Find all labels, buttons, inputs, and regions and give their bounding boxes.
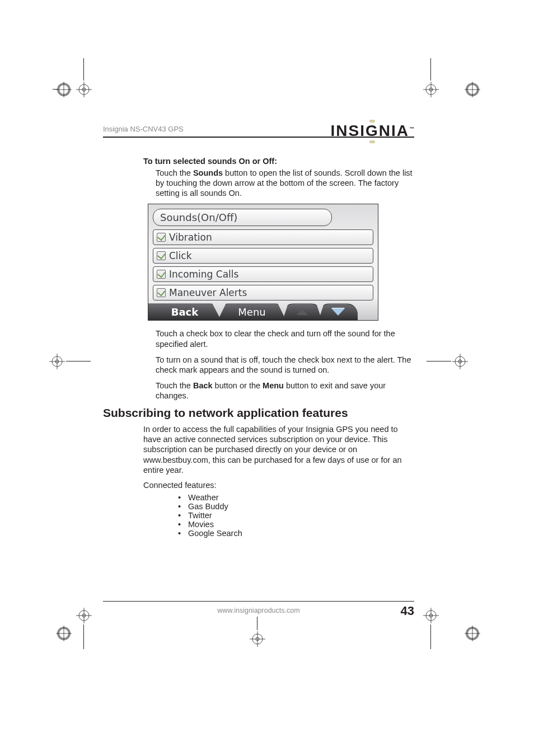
brand-logo: INSIGNIA™ — [331, 122, 414, 140]
brand-tm: ™ — [409, 126, 414, 132]
triangle-up-icon — [297, 309, 308, 315]
crop-line — [83, 58, 84, 81]
brand-text-1: INSI — [331, 122, 366, 139]
checkbox-icon[interactable] — [157, 233, 166, 242]
print-reg-mark — [76, 82, 92, 97]
scroll-down-button[interactable] — [318, 303, 358, 320]
menu-button[interactable]: Menu — [218, 303, 286, 320]
list-item: Gas Buddy — [178, 502, 414, 511]
option-label: Incoming Calls — [169, 269, 238, 280]
list-item: Twitter — [178, 511, 414, 520]
print-reg-mark — [250, 631, 265, 647]
text: Touch the — [156, 381, 193, 390]
paragraph: Touch a check box to clear the check and… — [143, 328, 414, 349]
brand-text-g: G — [366, 122, 379, 140]
paragraph: In order to access the full capabilities… — [143, 424, 414, 475]
sound-option-incoming-calls[interactable]: Incoming Calls — [153, 266, 373, 282]
print-reg-mark — [56, 82, 72, 97]
bold-text: Menu — [263, 381, 284, 390]
crop-line — [427, 361, 451, 361]
print-reg-mark — [76, 608, 92, 623]
checkbox-icon[interactable] — [157, 251, 166, 260]
crop-line — [66, 361, 91, 361]
text: Touch the — [156, 168, 193, 177]
print-reg-mark — [465, 626, 480, 641]
bold-text: Back — [193, 381, 213, 390]
paragraph: To turn on a sound that is off, touch th… — [143, 355, 414, 375]
brand-accent-icon — [369, 120, 375, 123]
print-reg-mark — [465, 82, 480, 97]
page-footer: www.insigniaproducts.com 43 — [103, 601, 414, 615]
crop-line — [430, 624, 431, 649]
footer-url: www.insigniaproducts.com — [217, 607, 299, 614]
device-model: Insignia NS-CNV43 GPS — [103, 125, 184, 133]
list-item: Weather — [178, 493, 414, 502]
scroll-up-button[interactable] — [283, 303, 322, 320]
back-button[interactable]: Back — [148, 303, 221, 320]
bold-text: Sounds — [193, 168, 223, 177]
print-reg-mark — [452, 354, 468, 369]
crop-line — [430, 58, 431, 81]
checkbox-icon[interactable] — [157, 270, 166, 279]
sounds-title-button[interactable]: Sounds(On/Off) — [153, 209, 332, 226]
page-number: 43 — [401, 604, 414, 618]
print-reg-mark — [56, 626, 72, 641]
page-content: Insignia NS-CNV43 GPS INSIGNIA™ To turn … — [103, 122, 414, 538]
crop-line — [53, 89, 57, 90]
section-heading: Subscribing to network application featu… — [103, 406, 414, 420]
checkbox-icon[interactable] — [157, 288, 166, 297]
screenshot-footer: Back Menu — [148, 303, 378, 320]
sound-option-click[interactable]: Click — [153, 248, 373, 264]
device-screenshot: Sounds(On/Off) Vibration Click Incoming … — [148, 204, 378, 321]
option-label: Vibration — [169, 232, 212, 243]
option-label: Click — [169, 250, 192, 261]
brand-text-2: NIA — [379, 122, 409, 139]
features-label: Connected features: — [143, 481, 414, 490]
crop-line — [83, 624, 84, 649]
features-list: Weather Gas Buddy Twitter Movies Google … — [143, 493, 414, 538]
sound-option-maneuver-alerts[interactable]: Maneuver Alerts — [153, 285, 373, 300]
crop-line — [257, 617, 257, 630]
print-reg-mark — [49, 354, 65, 369]
instruction-heading: To turn selected sounds On or Off: — [143, 157, 414, 166]
option-label: Maneuver Alerts — [169, 287, 247, 298]
content-body: To turn selected sounds On or Off: Touch… — [103, 138, 414, 538]
page-header: Insignia NS-CNV43 GPS INSIGNIA™ — [103, 122, 414, 138]
text: button or the — [213, 381, 263, 390]
sound-option-vibration[interactable]: Vibration — [153, 229, 373, 245]
paragraph: Touch the Sounds button to open the list… — [143, 168, 414, 198]
print-reg-mark — [423, 608, 439, 623]
list-item: Google Search — [178, 529, 414, 538]
list-item: Movies — [178, 520, 414, 529]
print-reg-mark — [423, 82, 439, 97]
paragraph: Touch the Back button or the Menu button… — [143, 381, 414, 401]
triangle-down-icon — [331, 308, 345, 316]
brand-accent-icon — [369, 140, 375, 143]
